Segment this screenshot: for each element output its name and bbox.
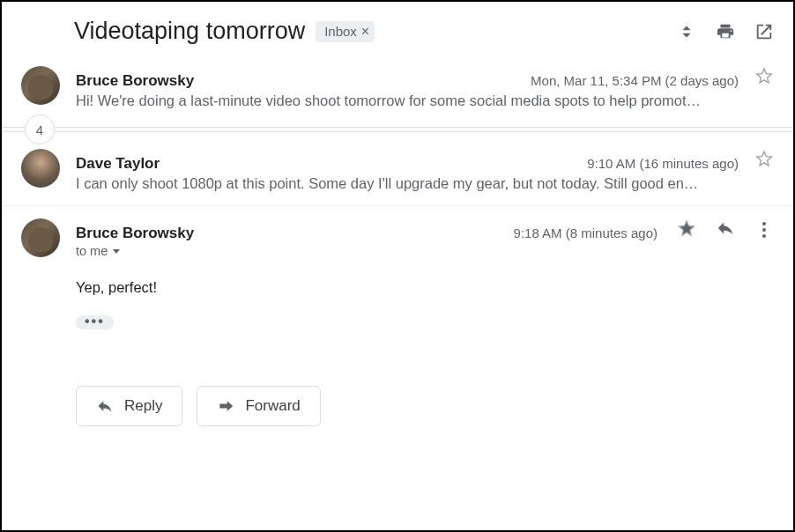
message-timestamp: Mon, Mar 11, 5:34 PM (2 days ago) xyxy=(531,73,739,88)
thread-subject: Videotaping tomorrow xyxy=(74,18,305,45)
sender-name: Bruce Borowsky xyxy=(76,72,194,90)
header-toolbar xyxy=(677,22,774,41)
remove-label-icon[interactable]: × xyxy=(361,25,369,39)
message-timestamp: 9:18 AM (8 minutes ago) xyxy=(514,225,658,240)
star-icon[interactable] xyxy=(754,66,774,89)
forward-button[interactable]: Forward xyxy=(197,386,320,426)
thread-header: Videotaping tomorrow Inbox × xyxy=(2,2,793,54)
message-snippet: I can only shoot 1080p at this point. So… xyxy=(76,175,774,192)
action-buttons-row: Reply Forward xyxy=(2,342,793,446)
more-menu-icon[interactable] xyxy=(754,222,774,238)
star-icon[interactable] xyxy=(677,218,696,241)
email-thread-view: Videotaping tomorrow Inbox × Bruce Borow… xyxy=(0,0,795,532)
label-text: Inbox xyxy=(324,24,357,39)
sender-name: Bruce Borowsky xyxy=(76,225,194,242)
reply-button[interactable]: Reply xyxy=(76,386,182,426)
collapsed-messages-indicator[interactable]: 4 xyxy=(2,122,793,137)
message-timestamp: 9:10 AM (16 minutes ago) xyxy=(587,156,739,171)
message-collapsed[interactable]: Bruce Borowsky Mon, Mar 11, 5:34 PM (2 d… xyxy=(2,54,793,122)
message-collapsed[interactable]: Dave Taylor 9:10 AM (16 minutes ago) I c… xyxy=(2,137,793,205)
recipients-text: to me xyxy=(76,244,108,258)
avatar xyxy=(21,66,60,105)
message-snippet: Hi! We're doing a last-minute video shoo… xyxy=(76,92,774,109)
avatar xyxy=(21,149,60,188)
message-body: Yep, perfect! xyxy=(76,279,774,296)
open-new-window-icon[interactable] xyxy=(754,22,774,41)
forward-button-label: Forward xyxy=(245,397,300,415)
sender-name: Dave Taylor xyxy=(76,155,160,173)
recipients-line[interactable]: to me xyxy=(76,244,774,258)
show-details-icon[interactable] xyxy=(113,249,120,254)
inbox-label-chip[interactable]: Inbox × xyxy=(316,21,375,42)
show-trimmed-content-icon[interactable]: ••• xyxy=(76,315,114,329)
print-icon[interactable] xyxy=(716,22,735,41)
reply-icon[interactable] xyxy=(716,218,735,241)
expand-all-icon[interactable] xyxy=(677,22,696,41)
avatar xyxy=(21,218,60,257)
message-expanded: Bruce Borowsky 9:18 AM (8 minutes ago) t… xyxy=(2,206,793,342)
reply-button-label: Reply xyxy=(124,397,162,415)
star-icon[interactable] xyxy=(754,149,774,172)
